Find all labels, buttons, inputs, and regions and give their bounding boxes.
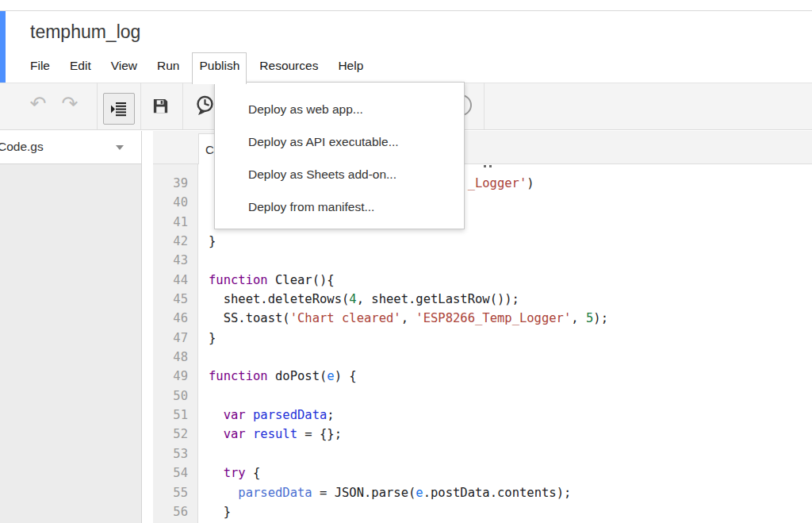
code-token: var [224, 427, 246, 441]
toolbar-divider [484, 83, 485, 129]
code-token: = JSON.parse( [312, 486, 416, 500]
code-token: function [209, 273, 268, 287]
code-token: e [327, 369, 334, 383]
indent-button[interactable] [103, 93, 135, 125]
page-title: temphum_log [30, 21, 140, 43]
line-number: 50 [153, 386, 197, 406]
code-token: try [224, 466, 246, 480]
code-token: 4 [349, 292, 356, 306]
code-token: e [416, 486, 423, 500]
code-token [246, 427, 253, 441]
code-token: } [209, 505, 231, 519]
line-number: 45 [153, 290, 197, 309]
code-token: ) [527, 176, 534, 190]
indent-icon [110, 101, 128, 117]
line-number: 55 [153, 483, 197, 502]
code-line-54[interactable]: try { [209, 463, 812, 483]
code-token: function [209, 369, 268, 383]
line-number: 54 [153, 463, 197, 483]
code-token: , sheet.getLastRow()); [357, 292, 519, 306]
toolbar-divider [97, 83, 98, 129]
dropdown-item-deploy-as-api-executable[interactable]: Deploy as API executable... [215, 125, 464, 158]
code-token: { [246, 466, 261, 480]
code-token: var [224, 408, 246, 422]
line-number: 44 [153, 271, 197, 290]
code-token: 5 [586, 311, 593, 325]
redo-icon[interactable]: ↷ [58, 93, 82, 115]
line-number: 52 [153, 425, 197, 444]
code-token [246, 408, 253, 422]
toolbar-divider [182, 83, 183, 129]
menu-item-publish[interactable]: Publish [192, 52, 247, 84]
code-line-46[interactable]: SS.toast('Chart cleared', 'ESP8266_Temp_… [209, 309, 812, 328]
code-line-47[interactable]: } [209, 329, 812, 348]
line-number: 43 [153, 251, 197, 270]
code-token: ) { [335, 369, 357, 383]
toolbar-divider [140, 83, 141, 129]
line-number: 51 [153, 406, 197, 425]
code-token: parsedData [253, 408, 327, 422]
line-number: 41 [153, 213, 197, 232]
dropdown-item-deploy-as-web-app[interactable]: Deploy as web app... [215, 93, 464, 125]
code-token: sheet.deleteRows( [209, 292, 349, 306]
file-selector-label: Code.gs [0, 140, 44, 154]
menubar: FileEditViewRunPublishResourcesHelp [23, 52, 376, 84]
undo-icon[interactable]: ↶ [26, 93, 50, 115]
line-number: 56 [153, 502, 197, 521]
code-line-43[interactable] [209, 251, 812, 270]
code-line-48[interactable] [209, 348, 812, 367]
code-token: , [571, 311, 586, 325]
code-line-53[interactable] [209, 444, 812, 463]
line-number: 39 [153, 174, 197, 193]
sidebar: Code.gs [0, 131, 142, 523]
code-line-56[interactable]: } [209, 502, 812, 521]
file-selector[interactable]: Code.gs [0, 131, 141, 164]
menu-item-help[interactable]: Help [331, 52, 370, 79]
code-token: SS.toast( [209, 311, 290, 325]
code-token: ); [593, 311, 608, 325]
code-token [209, 427, 224, 441]
dropdown-item-deploy-from-manifest[interactable]: Deploy from manifest... [215, 190, 464, 223]
top-strip [0, 0, 812, 11]
menu-item-run[interactable]: Run [150, 52, 186, 79]
gutter: 394041424344454647484950515253545556 [153, 164, 198, 523]
code-token: parsedData [238, 486, 312, 500]
code-token: 'Chart cleared' [290, 311, 401, 325]
code-token: Clear(){ [268, 273, 335, 287]
code-line-44[interactable]: function Clear(){ [209, 271, 812, 290]
clipped-line-fragment [484, 165, 493, 167]
code-token: 'ESP8266_Temp_Logger' [416, 311, 571, 325]
code-token [209, 486, 238, 500]
code-token: } [209, 234, 216, 248]
code-token: } [209, 331, 216, 345]
project-accent-bar [0, 11, 6, 83]
code-line-55[interactable]: parsedData = JSON.parse(e.postData.conte… [209, 483, 812, 502]
line-number: 42 [153, 232, 197, 251]
dropdown-item-deploy-as-sheets-add-on[interactable]: Deploy as Sheets add-on... [215, 158, 464, 190]
save-icon[interactable] [151, 97, 170, 115]
line-number: 53 [153, 444, 197, 463]
code-token: doPost( [268, 369, 327, 383]
menu-item-file[interactable]: File [23, 52, 57, 79]
line-number: 49 [153, 367, 197, 386]
menu-item-view[interactable]: View [104, 52, 144, 79]
line-number: 48 [153, 348, 197, 367]
code-token [209, 408, 224, 422]
code-line-51[interactable]: var parsedData; [209, 406, 812, 425]
menu-item-resources[interactable]: Resources [252, 52, 325, 79]
menu-item-edit[interactable]: Edit [63, 52, 98, 79]
code-token: _Logger' [468, 176, 527, 190]
chevron-down-icon [116, 145, 124, 150]
code-token [209, 466, 224, 480]
code-line-49[interactable]: function doPost(e) { [209, 367, 812, 386]
code-line-50[interactable] [209, 386, 812, 406]
publish-dropdown-menu: Deploy as web app...Deploy as API execut… [214, 82, 465, 229]
code-line-52[interactable]: var result = {}; [209, 425, 812, 444]
line-number: 46 [153, 309, 197, 328]
code-token: = {}; [297, 427, 342, 441]
code-token: result [253, 427, 297, 441]
code-line-45[interactable]: sheet.deleteRows(4, sheet.getLastRow()); [209, 290, 812, 309]
code-line-42[interactable]: } [209, 232, 812, 251]
triggers-clock-icon[interactable] [194, 94, 216, 117]
line-number: 47 [153, 329, 197, 348]
